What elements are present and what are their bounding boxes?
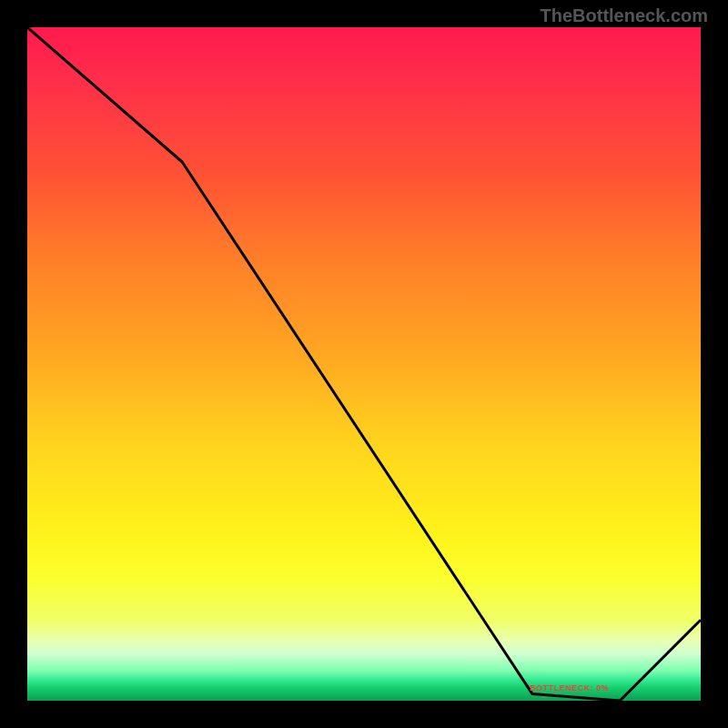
chart-plot-area: BOTTLENECK: 0%	[27, 27, 701, 701]
watermark-text: TheBottleneck.com	[541, 5, 708, 26]
bottleneck-label: BOTTLENECK: 0%	[530, 683, 609, 693]
chart-curve-svg	[27, 27, 701, 701]
bottleneck-curve	[27, 27, 701, 701]
